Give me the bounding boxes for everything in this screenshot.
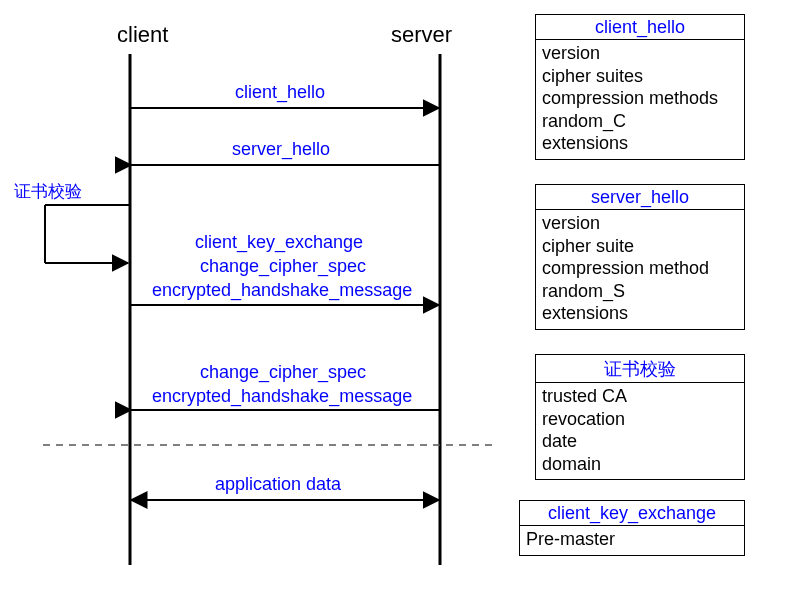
box-server-hello-item: extensions [542,302,738,325]
msg-change-cipher-spec-1: change_cipher_spec [200,256,366,277]
tls-handshake-diagram: { "lifelines": { "client": "client", "se… [0,0,801,614]
box-client-hello-item: version [542,42,738,65]
msg-client-key-exchange: client_key_exchange [195,232,363,253]
box-cert-check-item: domain [542,453,738,476]
box-client-key-exchange: client_key_exchange Pre-master [519,500,745,556]
box-cert-check-title: 证书校验 [536,355,744,383]
box-client-hello-item: extensions [542,132,738,155]
msg-client-hello: client_hello [235,82,325,103]
msg-application-data: application data [215,474,341,495]
box-server-hello-item: compression method [542,257,738,280]
msg-cert-check: 证书校验 [14,180,82,203]
box-cert-check: 证书校验 trusted CA revocation date domain [535,354,745,480]
box-client-hello-item: cipher suites [542,65,738,88]
msg-encrypted-handshake-2: encrypted_handshake_message [152,386,412,407]
box-cert-check-item: revocation [542,408,738,431]
msg-encrypted-handshake-1: encrypted_handshake_message [152,280,412,301]
box-server-hello-body: version cipher suite compression method … [536,210,744,329]
box-cert-check-body: trusted CA revocation date domain [536,383,744,479]
msg-server-hello: server_hello [232,139,330,160]
box-cert-check-item: date [542,430,738,453]
box-client-hello-title: client_hello [536,15,744,40]
box-client-hello-body: version cipher suites compression method… [536,40,744,159]
box-server-hello-title: server_hello [536,185,744,210]
box-cke-item: Pre-master [526,528,738,551]
box-server-hello-item: cipher suite [542,235,738,258]
box-server-hello-item: version [542,212,738,235]
box-cert-check-item: trusted CA [542,385,738,408]
box-server-hello-item: random_S [542,280,738,303]
box-server-hello: server_hello version cipher suite compre… [535,184,745,330]
box-client-hello: client_hello version cipher suites compr… [535,14,745,160]
box-client-hello-item: compression methods [542,87,738,110]
box-cke-title: client_key_exchange [520,501,744,526]
box-client-hello-item: random_C [542,110,738,133]
msg-change-cipher-spec-2: change_cipher_spec [200,362,366,383]
box-cke-body: Pre-master [520,526,744,555]
